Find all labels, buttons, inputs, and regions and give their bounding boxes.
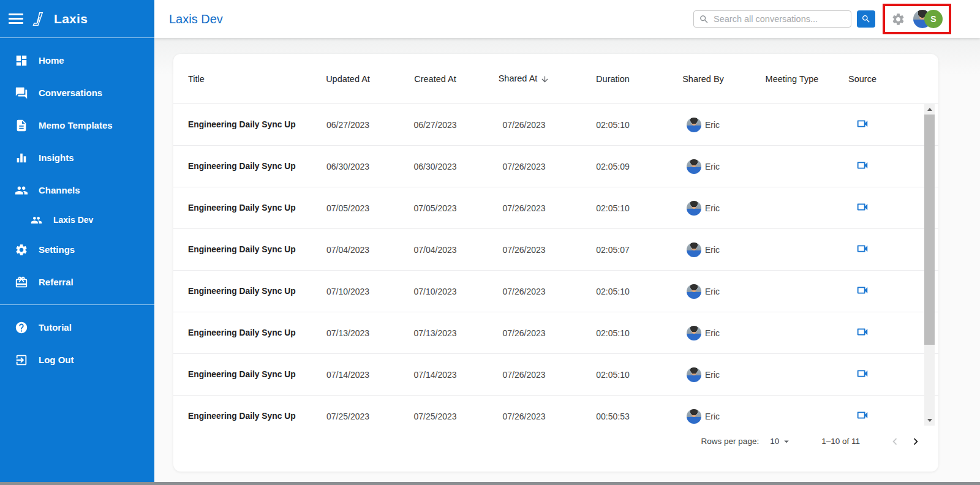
cell-shared-at: 07/26/2023 <box>480 287 568 296</box>
cell-duration: 02:05:10 <box>568 203 657 213</box>
cell-updated-at: 06/30/2023 <box>305 162 391 171</box>
cell-title: Engineering Daily Sync Up <box>188 245 305 254</box>
cell-duration: 02:05:10 <box>568 328 657 338</box>
sidebar-item-referral[interactable]: Referral <box>0 266 154 298</box>
cell-title: Engineering Daily Sync Up <box>188 162 305 171</box>
video-camera-icon[interactable] <box>856 117 869 130</box>
cell-created-at: 07/14/2023 <box>391 370 480 380</box>
video-camera-icon[interactable] <box>856 367 869 380</box>
shared-by-avatar <box>687 159 701 174</box>
search-button[interactable] <box>857 10 875 28</box>
shared-by-name: Eric <box>705 328 720 338</box>
sidebar-item-insights[interactable]: Insights <box>0 141 154 174</box>
column-header-title[interactable]: Title <box>188 74 305 84</box>
sidebar-item-label: Tutorial <box>39 322 72 333</box>
sidebar-item-log-out[interactable]: Log Out <box>0 344 154 376</box>
column-header-updated-at[interactable]: Updated At <box>305 74 391 84</box>
sidebar-item-laxis-dev[interactable]: Laxis Dev <box>0 206 154 233</box>
workspace-avatar[interactable]: S <box>924 10 943 28</box>
cell-shared-by: Eric <box>657 367 749 382</box>
cell-shared-by: Eric <box>657 326 749 340</box>
cell-created-at: 06/27/2023 <box>391 120 480 130</box>
shared-by-avatar <box>687 118 701 132</box>
logout-icon <box>15 353 28 367</box>
gift-icon <box>15 276 28 289</box>
cell-duration: 02:05:10 <box>568 120 657 130</box>
sidebar-item-channels[interactable]: Channels <box>0 174 154 206</box>
scrollbar-track[interactable] <box>924 104 935 426</box>
scrollbar-down-button[interactable] <box>924 415 935 426</box>
table-row[interactable]: Engineering Daily Sync Up06/27/202306/27… <box>173 104 938 146</box>
cell-title: Engineering Daily Sync Up <box>188 370 305 379</box>
video-camera-icon[interactable] <box>856 200 869 214</box>
table-row[interactable]: Engineering Daily Sync Up07/05/202307/05… <box>173 187 938 229</box>
column-header-meeting-type[interactable]: Meeting Type <box>749 74 835 84</box>
cell-shared-at: 07/26/2023 <box>480 203 568 213</box>
sidebar-item-label: Insights <box>39 152 74 163</box>
next-page-button[interactable] <box>905 431 926 452</box>
video-camera-icon[interactable] <box>856 408 869 422</box>
cell-title: Engineering Daily Sync Up <box>188 328 305 337</box>
sidebar-item-label: Channels <box>39 185 80 195</box>
shared-by-name: Eric <box>705 370 720 380</box>
shared-by-avatar <box>687 242 701 257</box>
search-input[interactable] <box>714 14 846 24</box>
topbar: Laxis Dev S <box>154 0 980 38</box>
scrollbar-thumb[interactable] <box>924 115 935 345</box>
previous-page-button[interactable] <box>884 431 905 452</box>
search-box <box>693 10 851 28</box>
video-camera-icon[interactable] <box>856 242 869 255</box>
cell-source <box>835 284 890 299</box>
cell-duration: 02:05:09 <box>568 162 657 171</box>
shared-by-avatar <box>687 409 701 424</box>
table-row[interactable]: Engineering Daily Sync Up07/04/202307/04… <box>173 229 938 271</box>
table-row[interactable]: Engineering Daily Sync Up07/10/202307/10… <box>173 271 938 312</box>
brand-name: Laxis <box>54 12 88 26</box>
sidebar-item-memo-templates[interactable]: Memo Templates <box>0 109 154 141</box>
table-row[interactable]: Engineering Daily Sync Up06/30/202306/30… <box>173 146 938 187</box>
groups-icon <box>15 184 28 197</box>
video-camera-icon[interactable] <box>856 284 869 297</box>
sidebar-item-label: Referral <box>39 277 74 287</box>
video-camera-icon[interactable] <box>856 159 869 172</box>
sidebar-item-settings[interactable]: Settings <box>0 233 154 266</box>
caret-down-icon <box>781 436 792 447</box>
gear-icon[interactable] <box>891 12 905 26</box>
column-header-created-at[interactable]: Created At <box>391 74 480 84</box>
column-header-duration[interactable]: Duration <box>568 74 657 84</box>
help-icon <box>15 321 28 334</box>
menu-icon[interactable] <box>9 13 23 24</box>
scrollbar-up-button[interactable] <box>924 104 935 115</box>
cell-shared-by: Eric <box>657 159 749 174</box>
shared-by-name: Eric <box>705 245 720 255</box>
cell-title: Engineering Daily Sync Up <box>188 120 305 129</box>
table-row[interactable]: Engineering Daily Sync Up07/14/202307/14… <box>173 354 938 396</box>
cell-updated-at: 07/05/2023 <box>305 203 391 213</box>
chevron-left-icon <box>888 435 902 448</box>
cell-updated-at: 06/27/2023 <box>305 120 391 130</box>
cell-shared-by: Eric <box>657 118 749 132</box>
column-header-shared-by[interactable]: Shared By <box>657 74 749 84</box>
cell-duration: 00:50:53 <box>568 412 657 421</box>
table-row[interactable]: Engineering Daily Sync Up07/25/202307/25… <box>173 396 938 424</box>
sidebar-item-home[interactable]: Home <box>0 44 154 77</box>
column-header-shared-at[interactable]: Shared At <box>480 73 568 84</box>
cell-shared-by: Eric <box>657 201 749 216</box>
chat-icon <box>15 86 28 100</box>
gear-icon <box>15 243 28 257</box>
shared-by-avatar <box>687 284 701 299</box>
document-icon <box>15 119 28 132</box>
cell-shared-by: Eric <box>657 242 749 257</box>
rows-per-page-select[interactable]: 10 <box>770 436 792 447</box>
cell-title: Engineering Daily Sync Up <box>188 287 305 296</box>
video-camera-icon[interactable] <box>856 325 869 339</box>
sidebar-item-tutorial[interactable]: Tutorial <box>0 311 154 344</box>
table-row[interactable]: Engineering Daily Sync Up07/13/202307/13… <box>173 312 938 354</box>
sidebar-item-conversations[interactable]: Conversations <box>0 77 154 109</box>
column-header-source[interactable]: Source <box>835 74 890 84</box>
content-area: TitleUpdated AtCreated AtShared AtDurati… <box>154 38 980 485</box>
window-bottom-edge <box>0 482 980 485</box>
cell-created-at: 07/04/2023 <box>391 245 480 255</box>
annotation-highlight-box: S <box>883 4 951 34</box>
cell-created-at: 07/10/2023 <box>391 287 480 296</box>
